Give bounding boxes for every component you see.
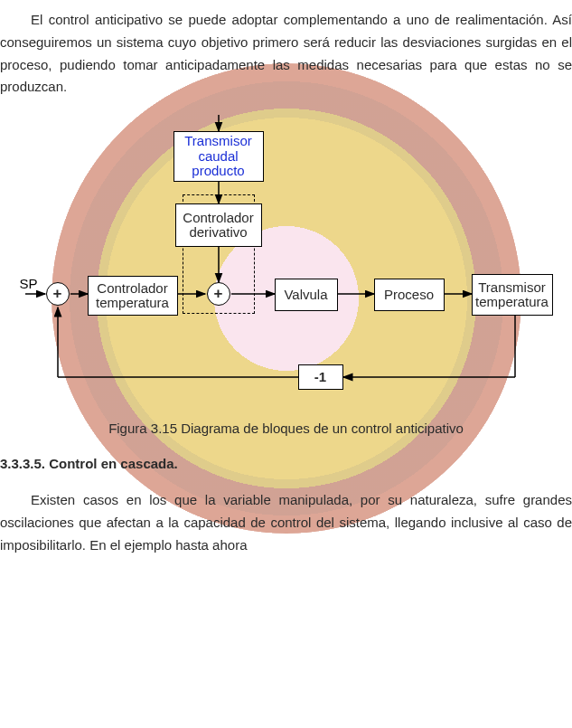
block-gain-neg1: -1 bbox=[298, 364, 343, 390]
diagram-svg bbox=[20, 115, 553, 413]
paragraph-2: Existen casos en los que la variable man… bbox=[0, 489, 572, 556]
paragraph-1: El control anticipativo se puede adoptar… bbox=[0, 9, 572, 99]
block-proceso: Proceso bbox=[374, 279, 445, 311]
block-transmisor-caudal: Transmisor caudal producto bbox=[173, 131, 264, 182]
block-diagram: SP + Controlador temperatura Transmisor … bbox=[20, 115, 553, 413]
page-content: El control anticipativo se puede adoptar… bbox=[0, 0, 572, 556]
block-valvula: Valvula bbox=[275, 279, 338, 311]
block-controlador-temperatura: Controlador temperatura bbox=[88, 276, 178, 316]
figure-caption: Figura 3.15 Diagrama de bloques de un co… bbox=[0, 421, 572, 436]
block-transmisor-temperatura: Transmisor temperatura bbox=[472, 274, 553, 316]
section-heading: 3.3.3.5. Control en cascada. bbox=[0, 456, 572, 471]
block-controlador-derivativo: Controlador derivativo bbox=[175, 203, 262, 247]
sum-node-2: + bbox=[207, 282, 230, 306]
sum-node-1: + bbox=[46, 282, 70, 306]
sp-label: SP bbox=[20, 276, 38, 291]
